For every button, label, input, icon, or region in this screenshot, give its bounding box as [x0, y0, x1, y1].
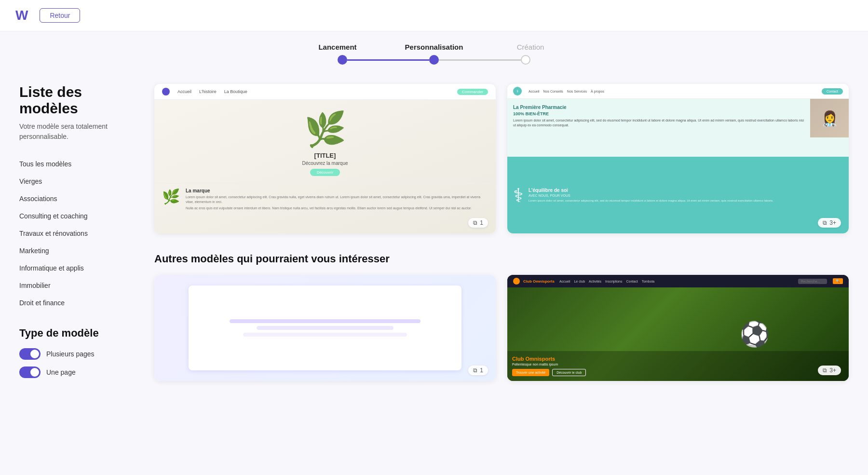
copy-icon-sports: ⧉: [823, 367, 827, 374]
step-label-lancement: Lancement: [289, 43, 386, 51]
pharmacy-section-icon: ⚕: [513, 184, 524, 206]
sidebar: Liste des modèles Votre modèle sera tota…: [0, 68, 145, 475]
suggestion-preview-blank: [154, 275, 496, 381]
stepper-track: [338, 55, 530, 65]
pharmacy-section-content: L'équilibre de soi AVEC NOUS, POUR VOUS …: [529, 188, 773, 203]
sports-btn-club[interactable]: Découvrir le club: [552, 369, 586, 376]
plant-card-sub: Découvrez la marque: [302, 161, 348, 166]
pharmacy-logo: ⚕: [513, 87, 522, 95]
toggle-une-page[interactable]: Une page: [19, 366, 129, 378]
step-dot-1: [338, 55, 347, 65]
copy-icon-plant: ⧉: [473, 219, 477, 226]
sidebar-nav: Tous les modèles Vierges Associations Co…: [19, 155, 129, 312]
stepper-labels: Lancement Personnalisation Création: [289, 43, 579, 51]
stepper: Lancement Personnalisation Création: [0, 31, 868, 68]
card-preview-pharmacy: ⚕ Accueil Nos Conseils Nos Services À pr…: [507, 84, 849, 233]
sports-club-name: Club Omnisports: [512, 356, 844, 362]
toggle-plusieurs-pages[interactable]: Plusieurs pages: [19, 348, 129, 360]
pharmacy-card-pages: ⧉ 3+: [818, 218, 841, 228]
sidebar-title: Liste des modèles: [19, 84, 129, 117]
sidebar-item-travaux[interactable]: Travaux et rénovations: [19, 225, 129, 242]
suggestion-card-blank[interactable]: ⧉ 1: [154, 275, 496, 381]
plant-card-pages: ⧉ 1: [468, 218, 488, 228]
step-dot-3: [521, 55, 530, 65]
pharmacy-hero-image: 👩‍⚕️: [810, 99, 849, 137]
sports-hero: ⚽ Club Omnisports Pellentesque non matti…: [507, 287, 849, 381]
sidebar-item-immobilier[interactable]: Immobilier: [19, 277, 129, 294]
sports-nav: Club Omnisports Accueil Le club Activité…: [507, 275, 849, 287]
main-cards-grid: Accueil L'histoire La Boutique Commander…: [154, 84, 849, 233]
pharmacy-nav: ⚕ Accueil Nos Conseils Nos Services À pr…: [507, 84, 849, 99]
step-line-1: [347, 59, 429, 61]
content-area: Accueil L'histoire La Boutique Commander…: [145, 68, 868, 475]
sports-overlay: Club Omnisports Pellentesque non mattis …: [507, 351, 849, 381]
header: W Retour: [0, 0, 868, 31]
pharmacy-section: ⚕ L'équilibre de soi AVEC NOUS, POUR VOU…: [507, 157, 849, 233]
step-line-2: [439, 59, 521, 61]
sports-search[interactable]: [798, 279, 827, 284]
toggle-label-plusieurs: Plusieurs pages: [46, 350, 95, 358]
sports-card-pages: ⧉ 3+: [818, 366, 841, 375]
suggestion-preview-sports: Club Omnisports Accueil Le club Activité…: [507, 275, 849, 381]
sidebar-item-associations[interactable]: Associations: [19, 190, 129, 207]
step-dot-2: [429, 55, 439, 65]
suggestion-card-sports[interactable]: Club Omnisports Accueil Le club Activité…: [507, 275, 849, 381]
card-preview-plant: Accueil L'histoire La Boutique Commander…: [154, 84, 496, 233]
sidebar-type-title: Type de modèle: [19, 327, 129, 339]
sports-btn-activite[interactable]: Trouver une activité: [512, 369, 549, 376]
sidebar-item-droit[interactable]: Droit et finance: [19, 294, 129, 312]
model-card-plant[interactable]: Accueil L'histoire La Boutique Commander…: [154, 84, 496, 233]
pharmacy-hero-title: La Première Pharmacie: [513, 105, 804, 110]
sports-tagline: Pellentesque non mattis ipsum: [512, 363, 844, 366]
sidebar-item-tous[interactable]: Tous les modèles: [19, 155, 129, 173]
model-card-pharmacy[interactable]: ⚕ Accueil Nos Conseils Nos Services À pr…: [507, 84, 849, 233]
step-label-creation: Création: [482, 43, 579, 51]
pharmacy-nav-items: Accueil Nos Conseils Nos Services À prop…: [529, 90, 604, 93]
copy-icon-pharmacy: ⧉: [823, 219, 827, 226]
logo: W: [15, 8, 28, 23]
sports-nav-items: Accueil Le club Activités Inscriptions C…: [559, 280, 654, 283]
step-label-personnalisation: Personnalisation: [386, 43, 482, 51]
pharmacy-hero-sub: 100% BIEN-ÊTRE: [513, 111, 804, 116]
sidebar-item-informatique[interactable]: Informatique et applis: [19, 259, 129, 277]
copy-icon-blank: ⧉: [473, 367, 477, 374]
suggestions-title: Autres modèles qui pourraient vous intér…: [154, 253, 849, 265]
sports-buttons: Trouver une activité Découvrir le club: [512, 369, 844, 376]
pharmacy-hero: La Première Pharmacie 100% BIEN-ÊTRE Lor…: [507, 99, 849, 157]
sports-logo: Club Omnisports: [513, 278, 555, 285]
toggle-label-une: Une page: [46, 368, 76, 376]
pharmacy-hero-desc: Lorem ipsum dolor sit amet, consectetur …: [513, 118, 804, 128]
sidebar-item-consulting[interactable]: Consulting et coaching: [19, 207, 129, 225]
main-layout: Liste des modèles Votre modèle sera tota…: [0, 68, 868, 475]
plant-card-title: [TITLE]: [314, 152, 336, 159]
toggle-switch-une[interactable]: [19, 366, 41, 378]
blank-card-pages: ⧉ 1: [468, 366, 488, 375]
toggle-switch-plusieurs[interactable]: [19, 348, 41, 360]
pharmacy-contact-btn[interactable]: Contact: [822, 88, 843, 95]
sidebar-item-vierges[interactable]: Vierges: [19, 173, 129, 190]
blank-inner: [189, 285, 461, 370]
back-button[interactable]: Retour: [40, 8, 80, 23]
suggestions-grid: ⧉ 1 Club Omnisports Accueil: [154, 275, 849, 381]
sidebar-subtitle: Votre modèle sera totalement personnalis…: [19, 122, 129, 142]
sidebar-item-marketing[interactable]: Marketing: [19, 242, 129, 259]
